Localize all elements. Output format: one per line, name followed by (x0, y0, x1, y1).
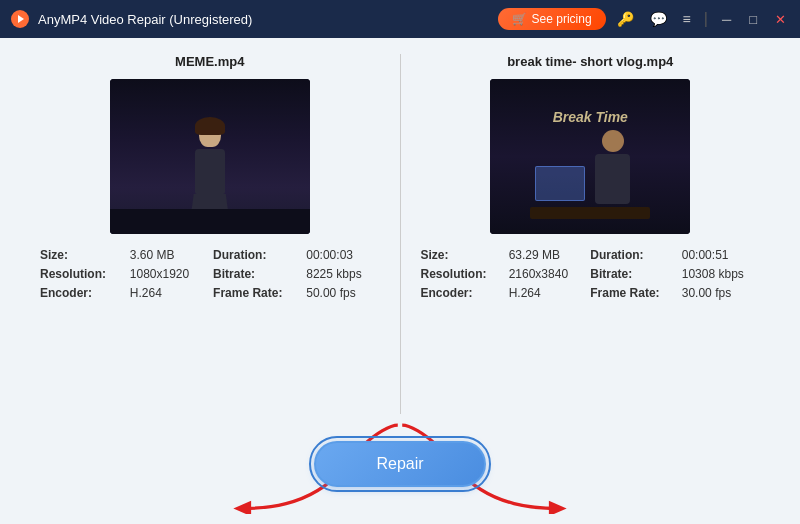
cart-icon: 🛒 (512, 12, 527, 26)
right-video-panel: break time- short vlog.mp4 Break Time (401, 54, 781, 414)
title-bar: AnyMP4 Video Repair (Unregistered) 🛒 See… (0, 0, 800, 38)
left-file-info: Size: 3.60 MB Duration: 00:00:03 Resolut… (40, 248, 380, 300)
minimize-button[interactable]: ─ (716, 11, 737, 28)
left-resolution-label: Resolution: (40, 267, 124, 281)
right-thumb-bg: Break Time (490, 79, 690, 234)
title-bar-left: AnyMP4 Video Repair (Unregistered) (10, 9, 252, 29)
title-bar-controls: 🛒 See pricing 🔑 💬 ≡ | ─ □ ✕ (498, 8, 792, 30)
see-pricing-button[interactable]: 🛒 See pricing (498, 8, 606, 30)
right-video-thumbnail: Break Time (490, 79, 690, 234)
right-framerate-label: Frame Rate: (590, 286, 676, 300)
left-encoder-value: H.264 (130, 286, 207, 300)
left-framerate-value: 50.00 fps (306, 286, 379, 300)
right-file-info: Size: 63.29 MB Duration: 00:00:51 Resolu… (421, 248, 761, 300)
break-time-text: Break Time (553, 109, 628, 125)
right-video-filename: break time- short vlog.mp4 (507, 54, 673, 69)
videos-row: MEME.mp4 (20, 54, 780, 414)
title-separator: | (704, 10, 708, 28)
left-thumb-bg (110, 79, 310, 234)
right-resolution-value: 2160x3840 (509, 267, 585, 281)
left-duration-label: Duration: (213, 248, 300, 262)
desk-scene-decoration (530, 149, 650, 219)
left-video-thumbnail (110, 79, 310, 234)
key-icon-button[interactable]: 🔑 (612, 10, 639, 28)
right-framerate-value: 30.00 fps (682, 286, 760, 300)
right-duration-label: Duration: (590, 248, 676, 262)
repair-button[interactable]: Repair (314, 441, 485, 487)
left-bitrate-label: Bitrate: (213, 267, 300, 281)
right-bitrate-value: 10308 kbps (682, 267, 760, 281)
right-resolution-label: Resolution: (421, 267, 503, 281)
close-button[interactable]: ✕ (769, 11, 792, 28)
right-size-value: 63.29 MB (509, 248, 585, 262)
app-title: AnyMP4 Video Repair (Unregistered) (38, 12, 252, 27)
right-encoder-label: Encoder: (421, 286, 503, 300)
chat-icon-button[interactable]: 💬 (645, 10, 672, 28)
left-bitrate-value: 8225 kbps (306, 267, 379, 281)
right-bitrate-label: Bitrate: (590, 267, 676, 281)
left-resolution-value: 1080x1920 (130, 267, 207, 281)
left-video-filename: MEME.mp4 (175, 54, 244, 69)
left-size-label: Size: (40, 248, 124, 262)
left-size-value: 3.60 MB (130, 248, 207, 262)
repair-button-container: Repair (314, 441, 485, 487)
left-video-panel: MEME.mp4 (20, 54, 400, 414)
right-duration-value: 00:00:51 (682, 248, 760, 262)
left-duration-value: 00:00:03 (306, 248, 379, 262)
maximize-button[interactable]: □ (743, 11, 763, 28)
app-logo-icon (10, 9, 30, 29)
left-framerate-label: Frame Rate: (213, 286, 300, 300)
main-content: MEME.mp4 (0, 38, 800, 524)
svg-marker-3 (233, 501, 251, 514)
bottom-section: Repair (20, 414, 780, 514)
left-encoder-label: Encoder: (40, 286, 124, 300)
right-encoder-value: H.264 (509, 286, 585, 300)
menu-icon-button[interactable]: ≡ (678, 10, 696, 28)
right-size-label: Size: (421, 248, 503, 262)
